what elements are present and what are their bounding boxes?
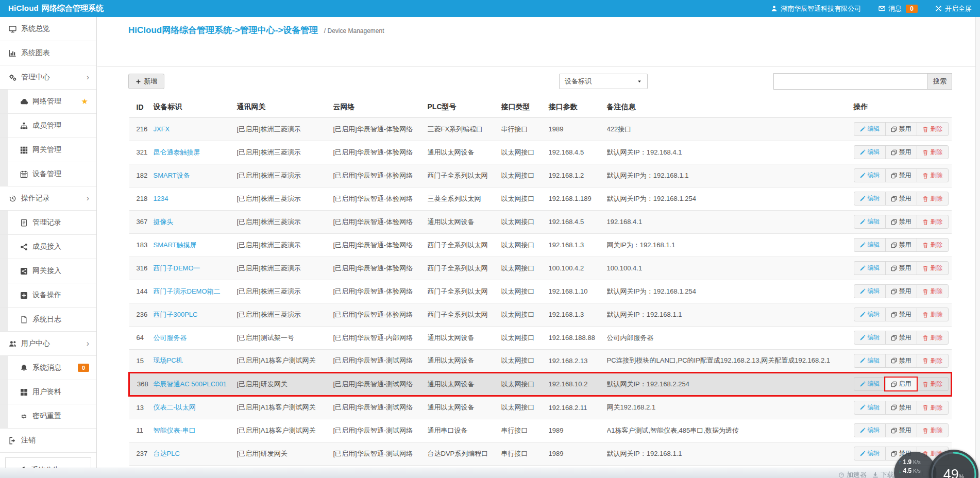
cell-iface: 以太网接口 bbox=[501, 303, 549, 326]
clone-icon bbox=[891, 242, 897, 248]
device-link[interactable]: 西门子DEMO一 bbox=[154, 264, 200, 272]
sidebar-item-password-reset[interactable]: 密码重置 bbox=[0, 404, 96, 429]
disable-button[interactable]: 禁用 bbox=[885, 238, 917, 251]
disable-button[interactable]: 禁用 bbox=[885, 285, 917, 298]
device-link[interactable]: SMART设备 bbox=[154, 172, 190, 179]
sidebar-item-user-center[interactable]: 用户中心› bbox=[0, 332, 96, 356]
sidebar-item-charts[interactable]: 系统图表 bbox=[0, 41, 96, 65]
edit-button[interactable]: 编辑 bbox=[854, 146, 885, 159]
disable-button[interactable]: 禁用 bbox=[885, 169, 917, 182]
device-link[interactable]: 西门子演示DEMO箱二 bbox=[154, 287, 221, 295]
edit-button[interactable]: 编辑 bbox=[854, 215, 885, 228]
device-link[interactable]: 华辰智通AC 500PLC001 bbox=[154, 380, 227, 388]
delete-button[interactable]: 删除 bbox=[917, 331, 948, 344]
device-link[interactable]: JXFX bbox=[154, 125, 170, 133]
edit-button[interactable]: 编辑 bbox=[854, 378, 885, 390]
cell-note: 网关IP为：192.168.1.1 bbox=[607, 233, 854, 257]
cell-param: 192.168.1.189 bbox=[549, 187, 607, 210]
edit-button[interactable]: 编辑 bbox=[854, 169, 885, 182]
disable-button[interactable]: 禁用 bbox=[885, 262, 917, 275]
accelerator-shortcut[interactable]: 加速器 bbox=[838, 470, 867, 478]
device-link[interactable]: 智能仪表-串口 bbox=[154, 426, 196, 434]
cell-name: 西门子DEMO一 bbox=[154, 257, 237, 280]
sidebar-item-op-records[interactable]: 操作记录› bbox=[0, 186, 96, 211]
edit-button[interactable]: 编辑 bbox=[854, 192, 885, 205]
sidebar-item-admin-center[interactable]: 管理中心› bbox=[0, 65, 96, 90]
device-link[interactable]: 1234 bbox=[154, 195, 168, 202]
account-menu[interactable]: 湖南华辰智通科技有限公司 bbox=[771, 4, 861, 13]
search-input[interactable] bbox=[773, 73, 928, 90]
delete-button[interactable]: 删除 bbox=[917, 215, 948, 228]
delete-button[interactable]: 删除 bbox=[917, 378, 948, 390]
enable-button[interactable]: 启用 bbox=[885, 378, 917, 390]
edit-button[interactable]: 编辑 bbox=[854, 123, 885, 135]
sidebar-item-overview[interactable]: 系统总览 bbox=[0, 17, 96, 41]
delete-button[interactable]: 删除 bbox=[917, 238, 948, 251]
edit-button[interactable]: 编辑 bbox=[854, 401, 885, 414]
search-button[interactable]: 搜索 bbox=[927, 73, 952, 90]
device-link[interactable]: 台达PLC bbox=[154, 450, 180, 457]
disable-button[interactable]: 禁用 bbox=[885, 146, 917, 159]
cell-name: 西门子300PLC bbox=[154, 303, 237, 326]
disable-button[interactable]: 禁用 bbox=[885, 192, 917, 205]
sidebar-item-device-mgmt[interactable]: 设备管理 bbox=[0, 162, 96, 186]
device-link[interactable]: 摄像头 bbox=[154, 218, 174, 226]
cell-plc: 三菱FX系列编程口 bbox=[428, 117, 501, 141]
device-link[interactable]: 公司服务器 bbox=[154, 334, 187, 342]
sidebar-item-member-access[interactable]: 成员接入 bbox=[0, 235, 96, 259]
device-link[interactable]: SMART触摸屏 bbox=[154, 241, 197, 249]
edit-button[interactable]: 编辑 bbox=[854, 447, 885, 460]
sidebar-item-user-profile[interactable]: 用户资料 bbox=[0, 380, 96, 404]
memory-usage-widget[interactable]: 49 % bbox=[929, 450, 978, 478]
device-link[interactable]: 西门子300PLC bbox=[154, 311, 198, 318]
sidebar-item-gateway-access[interactable]: 网关接入 bbox=[0, 259, 96, 283]
delete-button[interactable]: 删除 bbox=[917, 169, 948, 182]
sidebar-item-member-mgmt[interactable]: 成员管理 bbox=[0, 114, 96, 138]
fullscreen-toggle[interactable]: 开启全屏 bbox=[935, 4, 972, 13]
delete-button[interactable]: 删除 bbox=[917, 308, 948, 321]
device-link[interactable]: 昆仑通泰触摸屏 bbox=[154, 148, 200, 156]
progress-ring bbox=[929, 450, 978, 478]
messages-menu[interactable]: 消息 0 bbox=[878, 4, 918, 13]
disable-button[interactable]: 禁用 bbox=[885, 123, 917, 135]
device-row-144: 144西门子演示DEMO箱二[已启用]株洲三菱演示[已启用]华辰智通-体验网络西… bbox=[129, 280, 952, 303]
download-shortcut[interactable]: 下载 bbox=[872, 470, 894, 478]
scrollbar[interactable] bbox=[975, 17, 980, 478]
cell-name: 西门子演示DEMO箱二 bbox=[154, 280, 237, 303]
edit-button[interactable]: 编辑 bbox=[854, 354, 885, 367]
delete-button[interactable]: 删除 bbox=[917, 354, 948, 367]
edit-button[interactable]: 编辑 bbox=[854, 285, 885, 298]
device-link[interactable]: 仪表二-以太网 bbox=[154, 403, 196, 411]
pencil-icon bbox=[859, 288, 866, 295]
delete-button[interactable]: 删除 bbox=[917, 285, 948, 298]
sidebar-item-system-messages[interactable]: 系统消息0 bbox=[0, 356, 96, 380]
sidebar-item-network-mgmt[interactable]: 网络管理★ bbox=[0, 90, 96, 114]
sidebar-item-device-ops[interactable]: 设备操作 bbox=[0, 283, 96, 308]
disable-button[interactable]: 禁用 bbox=[885, 424, 917, 437]
filter-field-select[interactable]: 设备标识 bbox=[559, 74, 648, 89]
sidebar-item-system-logs[interactable]: 系统日志 bbox=[0, 308, 96, 332]
disable-button[interactable]: 禁用 bbox=[885, 331, 917, 344]
disable-button[interactable]: 禁用 bbox=[885, 215, 917, 228]
delete-button[interactable]: 删除 bbox=[917, 123, 948, 135]
clone-icon bbox=[891, 149, 897, 156]
disable-button[interactable]: 禁用 bbox=[885, 401, 917, 414]
sidebar-item-gateway-mgmt[interactable]: 网关管理 bbox=[0, 138, 96, 162]
edit-button[interactable]: 编辑 bbox=[854, 308, 885, 321]
cell-cloud: [已启用]华辰智通-体验网络 bbox=[333, 257, 428, 280]
delete-button[interactable]: 删除 bbox=[917, 424, 948, 437]
disable-button[interactable]: 禁用 bbox=[885, 354, 917, 367]
device-link[interactable]: 现场PC机 bbox=[154, 356, 183, 364]
delete-button[interactable]: 删除 bbox=[917, 146, 948, 159]
delete-button[interactable]: 删除 bbox=[917, 262, 948, 275]
add-device-button[interactable]: 新增 bbox=[128, 74, 164, 89]
edit-button[interactable]: 编辑 bbox=[854, 262, 885, 275]
disable-button[interactable]: 禁用 bbox=[885, 308, 917, 321]
sidebar-item-logout[interactable]: 注销 bbox=[0, 429, 96, 453]
sidebar-item-admin-records[interactable]: 管理记录 bbox=[0, 211, 96, 235]
edit-button[interactable]: 编辑 bbox=[854, 238, 885, 251]
delete-button[interactable]: 删除 bbox=[917, 192, 948, 205]
edit-button[interactable]: 编辑 bbox=[854, 331, 885, 344]
delete-button[interactable]: 删除 bbox=[917, 401, 948, 414]
edit-button[interactable]: 编辑 bbox=[854, 424, 885, 437]
